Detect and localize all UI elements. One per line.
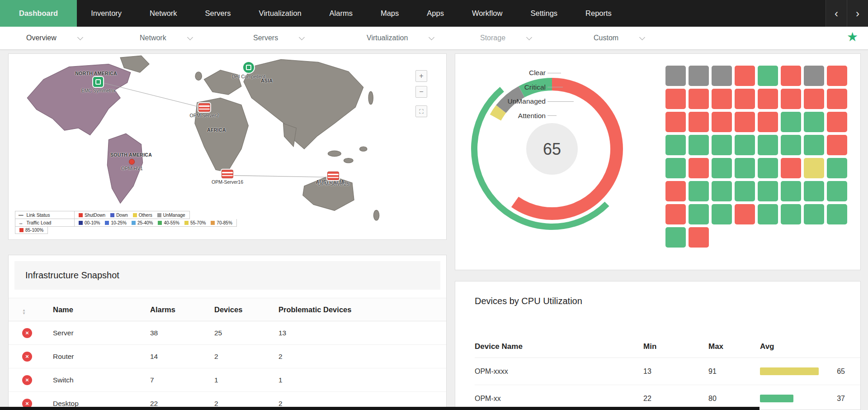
nav-item-settings[interactable]: Settings — [516, 0, 571, 27]
nav-item-dashboard[interactable]: Dashboard — [0, 0, 77, 27]
subnav-item-storage[interactable]: Storage — [480, 34, 594, 42]
heatmap-cell[interactable] — [781, 204, 801, 224]
column-header-devices[interactable]: Devices — [214, 305, 278, 314]
map-marker-opm-server16[interactable]: OPM-Server16 — [212, 170, 243, 185]
heatmap-cell[interactable] — [804, 158, 824, 178]
heatmap-cell[interactable] — [712, 89, 732, 109]
subnav-item-custom[interactable]: Custom — [594, 34, 707, 42]
infra-name[interactable]: Server — [53, 329, 150, 337]
heatmap-cell[interactable] — [712, 181, 732, 201]
heatmap-cell[interactable] — [827, 89, 847, 109]
heatmap-cell[interactable] — [735, 204, 755, 224]
nav-item-network[interactable]: Network — [136, 0, 191, 27]
nav-item-apps[interactable]: Apps — [413, 0, 458, 27]
heatmap-cell[interactable] — [827, 181, 847, 201]
heatmap-cell[interactable] — [689, 112, 709, 132]
infra-name[interactable]: Router — [53, 353, 150, 361]
heatmap-cell[interactable] — [781, 89, 801, 109]
column-header-min[interactable]: Min — [643, 342, 708, 351]
nav-item-inventory[interactable]: Inventory — [77, 0, 136, 27]
heatmap-cell[interactable] — [665, 135, 686, 155]
heatmap-cell[interactable] — [665, 227, 686, 248]
heatmap-cell[interactable] — [781, 112, 801, 132]
heatmap-cell[interactable] — [804, 112, 824, 132]
heatmap-cell[interactable] — [758, 89, 778, 109]
heatmap-cell[interactable] — [804, 66, 824, 86]
heatmap-cell[interactable] — [804, 204, 824, 224]
nav-item-maps[interactable]: Maps — [367, 0, 413, 27]
heatmap-cell[interactable] — [827, 158, 847, 178]
column-header-device-name[interactable]: Device Name — [475, 342, 643, 351]
heatmap-cell[interactable] — [758, 204, 778, 224]
nav-item-reports[interactable]: Reports — [571, 0, 626, 27]
nav-scroll-right-button[interactable]: › — [847, 0, 868, 27]
heatmap-cell[interactable] — [665, 112, 686, 132]
map-marker-opm-hv1[interactable]: OPM-HV1 — [121, 159, 143, 171]
heatmap-cell[interactable] — [712, 135, 732, 155]
column-header-problematic-devices[interactable]: Problematic Devices — [278, 305, 446, 314]
heatmap-cell[interactable] — [781, 135, 801, 155]
sort-toggle[interactable]: ▲▼ — [9, 305, 53, 315]
heatmap-cell[interactable] — [735, 112, 755, 132]
heatmap-cell[interactable] — [735, 66, 755, 86]
heatmap-cell[interactable] — [689, 89, 709, 109]
heatmap-cell[interactable] — [712, 66, 732, 86]
favorite-star-icon[interactable]: ★ — [847, 31, 858, 43]
column-header-alarms[interactable]: Alarms — [150, 305, 214, 314]
nav-item-virtualization[interactable]: Virtualization — [245, 0, 315, 27]
subnav-item-virtualization[interactable]: Virtualization — [367, 34, 480, 42]
nav-item-alarms[interactable]: Alarms — [316, 0, 367, 27]
map-marker-emc-symmetrix[interactable]: EMC Symmetrix — [81, 77, 116, 93]
nav-item-workflow[interactable]: Workflow — [458, 0, 517, 27]
subnav-item-network[interactable]: Network — [140, 34, 253, 42]
device-name[interactable]: OPM-xxxx — [475, 367, 643, 376]
heatmap-cell[interactable] — [758, 135, 778, 155]
heatmap-cell[interactable] — [689, 227, 709, 248]
column-header-name[interactable]: Name — [53, 305, 150, 314]
heatmap-cell[interactable] — [758, 112, 778, 132]
map-marker-opm-server2[interactable]: OPM-Server2 — [190, 103, 219, 118]
heatmap-cell[interactable] — [689, 181, 709, 201]
heatmap-cell[interactable] — [781, 158, 801, 178]
heatmap-cell[interactable] — [689, 204, 709, 224]
heatmap-cell[interactable] — [827, 204, 847, 224]
heatmap-cell[interactable] — [665, 158, 686, 178]
heatmap-cell[interactable] — [712, 158, 732, 178]
heatmap-cell[interactable] — [781, 66, 801, 86]
heatmap-cell[interactable] — [735, 158, 755, 178]
heatmap-cell[interactable] — [735, 135, 755, 155]
heatmap-cell[interactable] — [758, 66, 778, 86]
heatmap-cell[interactable] — [758, 158, 778, 178]
heatmap-cell[interactable] — [827, 112, 847, 132]
heatmap-cell[interactable] — [689, 66, 709, 86]
subnav-item-overview[interactable]: Overview — [26, 34, 140, 42]
heatmap-cell[interactable] — [827, 66, 847, 86]
device-name[interactable]: OPM-xx — [475, 395, 643, 403]
heatmap-cell[interactable] — [735, 89, 755, 109]
infra-name[interactable]: Switch — [53, 376, 150, 384]
heatmap-cell[interactable] — [712, 204, 732, 224]
fullscreen-button[interactable]: ⛶ — [415, 105, 427, 117]
nav-item-servers[interactable]: Servers — [191, 0, 245, 27]
heatmap-cell[interactable] — [712, 112, 732, 132]
map-marker-dell-compellent[interactable]: Dell Compellent — [231, 62, 265, 79]
infra-name[interactable]: Desktop — [53, 400, 150, 408]
heatmap-cell[interactable] — [804, 135, 824, 155]
heatmap-cell[interactable] — [758, 181, 778, 201]
column-header-avg[interactable]: Avg — [760, 342, 860, 351]
heatmap-cell[interactable] — [665, 66, 686, 86]
heatmap-cell[interactable] — [804, 89, 824, 109]
heatmap-cell[interactable] — [665, 204, 686, 224]
column-header-max[interactable]: Max — [708, 342, 760, 351]
heatmap-cell[interactable] — [689, 135, 709, 155]
nav-scroll-left-button[interactable]: ‹ — [826, 0, 847, 27]
heatmap-cell[interactable] — [827, 135, 847, 155]
heatmap-cell[interactable] — [781, 181, 801, 201]
zoom-out-button[interactable]: − — [415, 86, 427, 98]
heatmap-cell[interactable] — [735, 181, 755, 201]
map-marker-opm-server25[interactable]: OPM-Server25 — [317, 172, 349, 186]
subnav-item-servers[interactable]: Servers — [253, 34, 367, 42]
heatmap-cell[interactable] — [665, 181, 686, 201]
zoom-in-button[interactable]: + — [415, 70, 427, 82]
heatmap-cell[interactable] — [804, 181, 824, 201]
